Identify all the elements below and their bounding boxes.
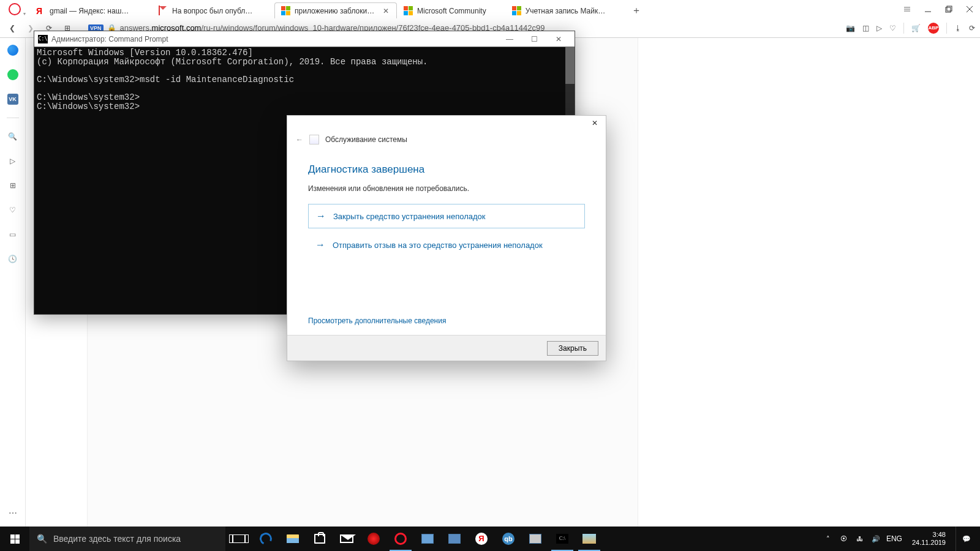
- gmail-favicon-icon: [159, 6, 168, 16]
- search-icon: 🔍: [37, 534, 47, 544]
- maximize-button[interactable]: [938, 0, 959, 18]
- tray-clock[interactable]: 3:48 24.11.2019: [907, 531, 951, 546]
- whatsapp-sidebar-icon[interactable]: [7, 69, 19, 81]
- cmd-maximize-button[interactable]: ☐: [522, 31, 546, 47]
- messenger-sidebar-icon[interactable]: [7, 44, 19, 56]
- app-taskbar-icon[interactable]: [360, 527, 387, 551]
- minimize-button[interactable]: [918, 0, 938, 18]
- store-taskbar-icon[interactable]: [306, 527, 333, 551]
- cmd-title-text: Администратор: Command Prompt: [51, 35, 168, 43]
- edge-taskbar-icon[interactable]: [252, 527, 279, 551]
- arrow-right-icon: →: [316, 211, 326, 222]
- download-icon[interactable]: ⭳: [954, 24, 962, 32]
- app3-taskbar-icon[interactable]: [441, 527, 468, 551]
- search-sidebar-icon[interactable]: 🔍: [7, 130, 19, 143]
- app2-taskbar-icon[interactable]: [414, 527, 441, 551]
- heart-icon[interactable]: ♡: [889, 24, 896, 32]
- ms-favicon-icon: [404, 6, 413, 16]
- ms-favicon-icon: [281, 6, 291, 16]
- option-send-feedback[interactable]: → Отправить отзыв на это средство устран…: [308, 234, 585, 255]
- tray-location-icon[interactable]: ⦿: [839, 533, 850, 544]
- tab-label: приложению заблокиров: [295, 7, 378, 15]
- yandex-taskbar-icon[interactable]: Я: [468, 527, 495, 551]
- tab-blocked-app[interactable]: приложению заблокиров ✕: [274, 2, 397, 18]
- tray-language[interactable]: ENG: [886, 533, 902, 544]
- sidebar-more-icon[interactable]: ⋯: [9, 508, 18, 518]
- start-button[interactable]: [0, 527, 29, 551]
- ms-favicon-icon: [512, 6, 522, 16]
- option-close-troubleshooter[interactable]: → Закрыть средство устранения неполадок: [308, 204, 585, 228]
- easy-setup-icon[interactable]: [897, 0, 918, 18]
- speeddial-sidebar-icon[interactable]: ⊞: [7, 179, 19, 192]
- svg-rect-1: [947, 6, 952, 11]
- toolbar-right: 📷 ◫ ▷ ♡ 🛒 ABP ⭳ ⟳: [846, 23, 975, 34]
- app4-taskbar-icon[interactable]: [522, 527, 549, 551]
- option-label: Закрыть средство устранения неполадок: [333, 212, 485, 221]
- cmd-minimize-button[interactable]: —: [497, 31, 522, 47]
- new-tab-button[interactable]: ＋: [628, 2, 645, 18]
- browser-titlebar: ▾ Я gmail — Яндекс: нашлось ✕ На вопрос …: [0, 0, 980, 18]
- dialog-heading: Диагностика завершена: [308, 163, 585, 176]
- vk-sidebar-icon[interactable]: VK: [7, 93, 19, 105]
- dialog-titlebar[interactable]: ✕: [287, 116, 606, 130]
- explorer-taskbar-icon[interactable]: [279, 527, 306, 551]
- history-sidebar-icon[interactable]: 🕓: [7, 253, 19, 265]
- tab-close-icon[interactable]: ✕: [382, 7, 390, 15]
- qbittorrent-taskbar-icon[interactable]: qb: [495, 527, 522, 551]
- dialog-header: ← Обслуживание системы: [287, 132, 606, 148]
- task-view-button[interactable]: [225, 527, 252, 551]
- cmd-icon: C:\: [38, 35, 48, 43]
- mail-taskbar-icon[interactable]: [333, 527, 360, 551]
- window-controls: [897, 0, 980, 18]
- system-tray: ˄ ⦿ 🖧 🔊 ENG 3:48 24.11.2019 💬: [823, 527, 980, 551]
- clock-date: 24.11.2019: [912, 539, 946, 547]
- tab-label: Microsoft Community: [417, 7, 486, 15]
- clock-time: 3:48: [912, 531, 946, 539]
- abp-badge-icon[interactable]: ABP: [928, 23, 939, 34]
- cmd-titlebar[interactable]: C:\ Администратор: Command Prompt — ☐ ✕: [34, 31, 575, 47]
- tab-ms-community[interactable]: Microsoft Community ✕: [397, 2, 505, 18]
- tab-yandex[interactable]: Я gmail — Яндекс: нашлось ✕: [29, 2, 152, 18]
- back-arrow-icon[interactable]: ←: [296, 135, 303, 144]
- news-sidebar-icon[interactable]: ▭: [7, 228, 19, 241]
- snapshot-icon[interactable]: 📷: [846, 24, 855, 32]
- taskbar-search[interactable]: 🔍 Введите здесь текст для поиска: [29, 527, 225, 551]
- search-placeholder: Введите здесь текст для поиска: [53, 534, 181, 544]
- bookmarks-sidebar-icon[interactable]: ♡: [7, 204, 19, 216]
- dialog-body: Диагностика завершена Изменения или обно…: [287, 148, 606, 325]
- tab-label: Учетная запись Майкрос: [526, 7, 609, 15]
- opera-menu-button[interactable]: ▾: [0, 0, 29, 18]
- opera-taskbar-icon[interactable]: [387, 527, 414, 551]
- send-icon[interactable]: ▷: [876, 24, 882, 32]
- dialog-close-button[interactable]: ✕: [584, 116, 606, 130]
- close-button[interactable]: [959, 0, 980, 18]
- tab-gmail[interactable]: На вопрос был опубликов ✕: [152, 2, 274, 18]
- cart-icon[interactable]: 🛒: [911, 24, 921, 32]
- cmd-scroll-thumb[interactable]: [565, 47, 575, 84]
- windows-taskbar: 🔍 Введите здесь текст для поиска Я qb C:…: [0, 527, 980, 551]
- flow-sidebar-icon[interactable]: ▷: [7, 155, 19, 167]
- tray-network-icon[interactable]: 🖧: [854, 533, 865, 544]
- close-button[interactable]: Закрыть: [547, 341, 598, 356]
- divider: [903, 23, 904, 34]
- blocker-icon[interactable]: ◫: [862, 24, 869, 32]
- tab-strip: Я gmail — Яндекс: нашлось ✕ На вопрос бы…: [29, 0, 897, 18]
- tray-volume-icon[interactable]: 🔊: [870, 533, 881, 544]
- tray-overflow-icon[interactable]: ˄: [823, 533, 834, 544]
- troubleshooter-icon: [309, 135, 319, 144]
- cmd-close-button[interactable]: ✕: [546, 31, 571, 47]
- tab-label: На вопрос был опубликов: [172, 7, 255, 15]
- sync-icon[interactable]: ⟳: [969, 24, 975, 32]
- troubleshooter-dialog: ✕ ← Обслуживание системы Диагностика зав…: [287, 115, 606, 361]
- dialog-subtitle: Изменения или обновления не потребовалис…: [308, 184, 585, 193]
- back-button[interactable]: ❮: [5, 21, 20, 36]
- tab-ms-account[interactable]: Учетная запись Майкрос ✕: [505, 2, 628, 18]
- svg-rect-0: [946, 7, 951, 12]
- action-center-button[interactable]: 💬: [956, 527, 976, 551]
- opera-logo-icon: [9, 3, 21, 15]
- cmd-output[interactable]: Microsoft Windows [Version 10.0.18362.47…: [34, 47, 575, 113]
- cmd-taskbar-icon[interactable]: C:\: [549, 527, 576, 551]
- view-details-link[interactable]: Просмотреть дополнительные сведения: [308, 317, 585, 325]
- divider: [946, 23, 947, 34]
- pictures-taskbar-icon[interactable]: [576, 527, 603, 551]
